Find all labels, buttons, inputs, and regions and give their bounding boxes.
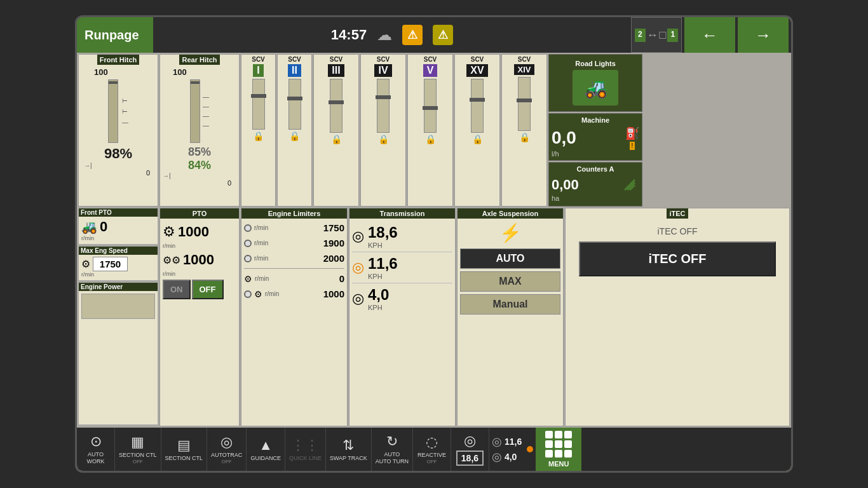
scv-xiv-cell[interactable]: SCV XIV 🔒	[501, 54, 547, 207]
toolbar-section-ctl1[interactable]: ▦ SECTION CTL OFF	[115, 428, 161, 471]
machine-unit: l/h	[552, 150, 639, 158]
max-eng-speed-value[interactable]: 1750	[93, 257, 128, 271]
section-ctl1-label: SECTION CTL	[119, 452, 157, 459]
rear-hitch-percent-green: 84%	[188, 159, 211, 172]
engine-limiters-cell: Engine Limiters r/min 1750 r/min 1900	[241, 208, 348, 426]
toolbar-work[interactable]: ⊙ AUTO WORK	[77, 428, 115, 471]
scv-v-slider	[424, 79, 437, 133]
scv-ii-cell[interactable]: SCV II 🔒	[277, 54, 312, 207]
eng-lim-row2: r/min 1900	[244, 238, 344, 248]
left-col: Front PTO 🚜 0 r/min Max Eng Speed ⚙ 1750…	[78, 208, 158, 426]
itec-cell: iTEC iTEC OFF iTEC OFF	[565, 208, 790, 426]
scv-iv-num: IV	[374, 64, 391, 77]
scv-xiv-lock: 🔒	[519, 132, 530, 142]
scv-ii-label: SCV	[288, 56, 301, 63]
quick-line-label: QUICK LINE	[289, 455, 322, 462]
main-screen: Runpage 14:57 ☁ ⚠ ⚠ 2 ↔ □ 1 ← →	[75, 15, 793, 473]
machine-title: Machine	[552, 116, 639, 124]
cloud-icon: ☁	[377, 26, 392, 44]
trans-unit3: KPH	[368, 304, 389, 311]
forward-button[interactable]: →	[738, 17, 789, 53]
row1: Front Hitch 100 ⊢ ⊢ — 98% →| 0	[78, 54, 790, 207]
scv-i-cell[interactable]: SCV I 🔒	[241, 54, 276, 207]
counters-box[interactable]: Counters A 0,00 ha	[548, 162, 642, 207]
front-pto-title: Front PTO	[79, 208, 158, 217]
orange-dot	[527, 446, 533, 452]
eng-lim-v3: 2000	[323, 253, 344, 264]
speed-val-2: 11,6	[505, 437, 522, 447]
front-pto-unit: r/min	[81, 235, 155, 241]
scv-iii-cell[interactable]: SCV III 🔒	[313, 54, 359, 207]
scv-i-slider	[252, 79, 265, 130]
machine-box[interactable]: Machine 0,0 ⛽ ! l/h	[548, 113, 642, 161]
row2: Front PTO 🚜 0 r/min Max Eng Speed ⚙ 1750…	[78, 208, 790, 426]
scv-xv-cell[interactable]: SCV XV 🔒	[454, 54, 500, 207]
menu-grid-icon	[545, 431, 572, 458]
autotrac-sub: OFF	[222, 459, 232, 465]
counters-title: Counters A	[552, 165, 639, 173]
toolbar-section-ctl2[interactable]: ▤ SECTION CTL	[161, 428, 208, 471]
nav-screen-btn[interactable]: 2 ↔ □ 1	[631, 17, 682, 53]
toolbar-auto-turn[interactable]: ↻ AUTO AUTO TURN	[372, 428, 413, 471]
toolbar-speed-sub: ◎ 11,6 ◎ 4,0	[489, 428, 524, 471]
rear-hitch-percent-gray: 85%	[188, 146, 211, 159]
counters-value: 0,00	[552, 177, 579, 193]
eng-lim-v4: 0	[339, 273, 344, 284]
scv-iv-cell[interactable]: SCV IV 🔒	[360, 54, 406, 207]
eng-lim-v2: 1900	[323, 238, 344, 248]
eng-lim-row1: r/min 1750	[244, 222, 344, 233]
road-lights-box[interactable]: Road Lights 🚜	[548, 54, 642, 112]
scv-v-num: V	[423, 64, 438, 77]
radio-3	[244, 255, 252, 262]
toolbar-status-dot	[524, 428, 536, 471]
top-nav: 2 ↔ □ 1 ← →	[631, 17, 791, 53]
itec-title: iTEC	[667, 208, 688, 219]
eng-lim-v5: 1000	[323, 288, 344, 299]
auto-turn-sub: AUTO	[384, 451, 400, 458]
axle-max-btn[interactable]: MAX	[460, 271, 560, 292]
engine-power-title: Engine Power	[79, 283, 158, 291]
pto-cell: PTO ⚙ 1000 r/min ⚙⚙ 1000 r/min ON OFF	[159, 208, 240, 426]
front-hitch-percent: 98%	[104, 146, 132, 162]
speed-icon-2: ◎	[492, 435, 502, 449]
pto-off-button[interactable]: OFF	[192, 280, 224, 299]
section-ctl2-label: SECTION CTL	[165, 455, 203, 462]
scv-xiv-slider	[518, 77, 531, 131]
eng-lim-row4: ⚙ r/min 0	[244, 273, 344, 284]
section-ctl1-sub: OFF	[133, 459, 143, 465]
guidance-icon: ▲	[259, 437, 273, 454]
bottom-toolbar: ⊙ AUTO WORK ▦ SECTION CTL OFF ▤ SECTION …	[77, 428, 791, 471]
pto-on-button[interactable]: ON	[163, 280, 191, 299]
scv-xv-label: SCV	[471, 56, 484, 63]
engine-limiters-title: Engine Limiters	[241, 208, 347, 219]
back-button[interactable]: ←	[684, 17, 735, 53]
scv-v-label: SCV	[424, 56, 437, 63]
axle-manual-btn[interactable]: Manual	[460, 294, 560, 315]
toolbar-swap-track[interactable]: ⇅ SWAP TRACK	[326, 428, 372, 471]
toolbar-guidance[interactable]: ▲ GUIDANCE	[247, 428, 285, 471]
scv-iii-label: SCV	[330, 56, 343, 63]
auto-turn-label: AUTO TURN	[376, 458, 409, 465]
menu-button[interactable]: MENU	[536, 428, 581, 471]
front-hitch-cell: Front Hitch 100 ⊢ ⊢ — 98% →| 0	[78, 54, 158, 207]
autotrac-icon: ◎	[220, 434, 233, 451]
scv-iii-num: III	[328, 64, 344, 77]
max-eng-speed-cell: Max Eng Speed ⚙ 1750 r/min	[78, 246, 158, 281]
reactive-sub: OFF	[426, 459, 437, 465]
toolbar-quick-line[interactable]: ⋮⋮ QUICK LINE	[285, 428, 326, 471]
toolbar-reactive[interactable]: ◌ REACTIVE OFF	[413, 428, 451, 471]
right-panel: Road Lights 🚜 Machine 0,0 ⛽ !	[548, 54, 642, 207]
guidance-label: GUIDANCE	[250, 455, 281, 462]
axle-auto-btn[interactable]: AUTO	[460, 248, 560, 269]
scv-v-cell[interactable]: SCV V 🔒	[407, 54, 453, 207]
scv-v-lock: 🔒	[425, 134, 436, 144]
work-icon: ⊙	[90, 433, 102, 450]
work-label: WORK	[87, 458, 105, 465]
work-sub: AUTO	[88, 451, 104, 458]
front-hitch-icon: →|	[84, 162, 92, 169]
itec-off-button[interactable]: iTEC OFF	[579, 241, 776, 276]
toolbar-autotrac[interactable]: ◎ AUTOTRAC OFF	[207, 428, 247, 471]
autotrac-label: AUTOTRAC	[211, 452, 242, 459]
counters-unit: ha	[552, 194, 639, 202]
max-eng-speed-title: Max Eng Speed	[79, 247, 158, 255]
